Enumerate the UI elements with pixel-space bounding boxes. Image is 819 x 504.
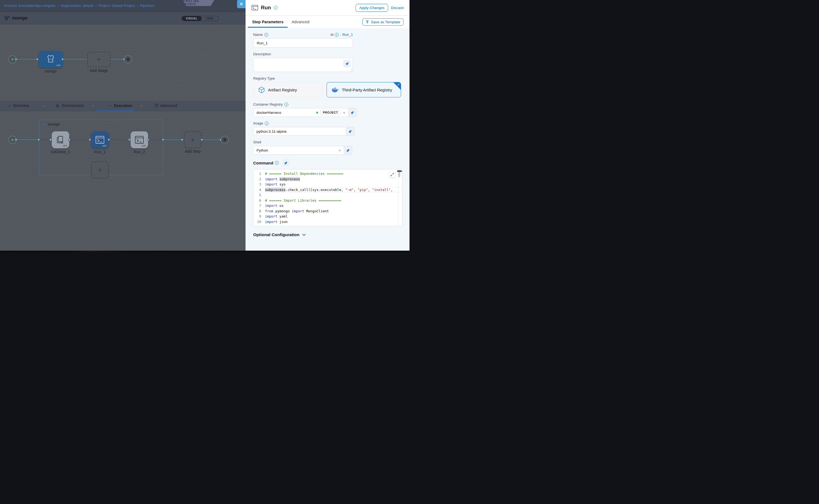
code-line[interactable]: 8from pymongo import MongoClient <box>253 208 402 214</box>
connector-dotted <box>71 139 89 140</box>
tab-advanced-panel[interactable]: Advanced <box>291 16 310 28</box>
container-registry-label: Container Registryi <box>253 102 410 106</box>
execution-end-node[interactable] <box>221 136 229 144</box>
description-label: Description <box>253 52 353 56</box>
shell-label: Shell <box>253 140 410 144</box>
port-dot <box>128 138 131 141</box>
step-config-panel: Run i Apply Changes Discard Step Paramet… <box>245 0 410 251</box>
code-badge: </> <box>142 144 146 147</box>
collapse-minus-icon[interactable] <box>43 124 46 125</box>
step-label: Run_1 <box>94 150 105 154</box>
check-icon: ✓ <box>109 104 112 108</box>
shell-select[interactable]: Python ∨ <box>253 146 344 155</box>
expand-editor-button[interactable] <box>389 171 395 178</box>
port-dot <box>36 58 39 60</box>
name-input[interactable] <box>253 38 353 48</box>
image-input[interactable]: python:3.11-alpine <box>253 127 346 136</box>
registry-option-artifact[interactable]: Artifact Registry <box>253 82 323 97</box>
chevron-down-icon[interactable]: ∨ <box>342 111 345 114</box>
pin-toggle-button[interactable] <box>344 146 352 155</box>
description-input[interactable] <box>253 58 353 72</box>
plus-icon: + <box>98 166 102 174</box>
connector <box>164 139 182 140</box>
step-node-gitclone[interactable]: </> <box>52 131 69 148</box>
tab-environment-label: Environment <box>62 103 83 108</box>
optional-configuration-toggle[interactable]: Optional Configuration <box>253 232 410 237</box>
pin-toggle-button[interactable] <box>346 127 354 136</box>
info-icon[interactable]: i <box>275 161 279 165</box>
chevron-down-icon[interactable]: ∨ <box>338 149 341 152</box>
apply-changes-button[interactable]: Apply Changes <box>355 4 388 12</box>
environment-icon <box>56 104 60 108</box>
info-icon[interactable]: i <box>284 103 288 106</box>
discard-button[interactable]: Discard <box>391 6 403 10</box>
visual-yaml-toggle[interactable]: VISUAL YAML <box>181 16 219 21</box>
add-parallel-step-button[interactable]: + <box>91 161 109 178</box>
save-as-template-label: Save as Template <box>371 20 400 24</box>
port-dot <box>15 58 17 60</box>
check-icon: ✓ <box>397 83 400 86</box>
scope-badge: PROJECT <box>320 110 340 115</box>
connector <box>203 139 221 140</box>
pin-icon[interactable] <box>343 60 351 67</box>
code-line[interactable]: 10import json <box>253 219 402 225</box>
breadcrumb-organization[interactable]: Organization: default <box>61 4 94 8</box>
registry-option-third-party[interactable]: Third-Party Artifact Registry ✓ <box>326 82 401 97</box>
code-line[interactable]: 9import yaml <box>253 214 402 219</box>
pin-toggle-button[interactable] <box>348 108 357 117</box>
tab-execution[interactable]: ✓ Execution <box>109 103 132 108</box>
editor-scrollbar-handle[interactable] <box>397 170 402 172</box>
info-icon[interactable]: i <box>264 33 268 37</box>
code-line[interactable]: 7import os <box>253 203 402 208</box>
connector <box>17 139 38 140</box>
svg-text:</>: </> <box>48 58 53 61</box>
tab-advanced[interactable]: Advanced <box>154 103 177 108</box>
tab-advanced-label: Advanced <box>160 103 177 108</box>
info-icon[interactable]: i <box>274 6 277 10</box>
panel-header: Run i Apply Changes Discard <box>245 0 410 16</box>
add-stage-button[interactable]: + <box>87 52 111 67</box>
close-drawer-button[interactable]: ✕ <box>237 0 245 8</box>
stage-label: mongo <box>45 69 57 73</box>
pipeline-title: mongo <box>12 15 28 21</box>
code-badge: </> <box>102 144 107 147</box>
tab-step-parameters[interactable]: Step Parameters <box>251 16 284 28</box>
pipeline-toolbar: mongo VISUAL YAML <box>0 12 245 24</box>
container-registry-value: dockerHarness <box>256 111 281 115</box>
play-icon <box>11 138 15 141</box>
info-icon[interactable]: i <box>335 33 338 37</box>
container-registry-select[interactable]: dockerHarness PROJECT ∨ <box>253 108 348 117</box>
connector <box>64 59 87 60</box>
code-line[interactable]: 6# ====== Import Libraries =========== <box>253 198 402 203</box>
add-step-button[interactable]: + <box>184 131 201 148</box>
editor-scrollbar-track[interactable] <box>398 169 398 226</box>
code-line[interactable]: 2import subprocess <box>253 176 402 182</box>
check-icon: ✓ <box>8 104 11 108</box>
code-line[interactable]: 5 <box>253 192 402 198</box>
command-editor[interactable]: 1# ====== Install Dependencies ========2… <box>253 169 402 226</box>
pipeline-icon <box>4 16 10 21</box>
tab-environment[interactable]: Environment <box>56 103 83 108</box>
step-node-run1[interactable]: </> <box>91 131 109 148</box>
code-line[interactable]: 1# ====== Install Dependencies ======== <box>253 171 402 176</box>
connector <box>111 59 124 60</box>
step-node-run2[interactable]: </> <box>131 131 148 148</box>
breadcrumb-project[interactable]: Project: Default Project <box>99 4 135 8</box>
pipeline-end-node[interactable] <box>124 55 132 63</box>
port-dot <box>15 138 17 141</box>
toggle-visual[interactable]: VISUAL <box>182 16 202 21</box>
tab-overview[interactable]: ✓ Overview <box>8 103 29 108</box>
breadcrumb-account[interactable]: Account: kurosakiichigo.songoku <box>4 4 56 8</box>
code-line[interactable]: 4subprocess.check_call([sys.executable, … <box>253 187 402 193</box>
pipeline-studio-canvas: Account: kurosakiichigo.songoku › Organi… <box>0 0 245 251</box>
pin-icon[interactable] <box>282 159 289 167</box>
code-line[interactable]: 3import sys <box>253 182 402 187</box>
edit-pencil-icon[interactable] <box>30 16 34 20</box>
stage-node-mongo[interactable]: </> </> <box>39 51 63 68</box>
artifact-registry-icon <box>258 86 265 93</box>
info-icon[interactable]: i <box>265 121 268 125</box>
toggle-yaml[interactable]: YAML <box>202 16 218 21</box>
breadcrumb-pipelines[interactable]: Pipelines <box>140 4 154 8</box>
save-as-template-button[interactable]: Save as Template <box>362 18 403 26</box>
stage-group-header[interactable]: mongo <box>43 122 60 126</box>
